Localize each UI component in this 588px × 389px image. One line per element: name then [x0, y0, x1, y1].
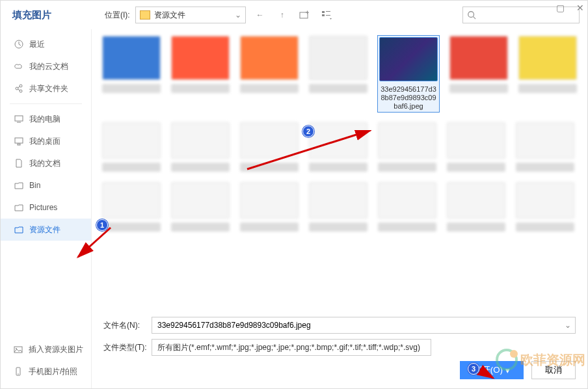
main-panel: 33e929456177d38b87e9d9893c09baf6.jpeg [92, 29, 587, 388]
sidebar-insert-folder-image[interactable]: 插入资源夹图片 [1, 338, 96, 360]
file-grid[interactable]: 33e929456177d38b87e9d9893c09baf6.jpeg [92, 29, 587, 312]
filetype-label: 文件类型(T): [103, 342, 152, 353]
svg-rect-1 [322, 11, 325, 13]
sidebar-item-pictures[interactable]: Pictures [1, 196, 91, 219]
form-area: 文件名(N): ⌄ 文件类型(T): 所有图片(*.emf;*.wmf;*.jp… [92, 312, 587, 388]
file-thumb[interactable] [516, 122, 574, 172]
sidebar-label: 手机图片/拍照 [29, 366, 77, 377]
sidebar-label: 我的电脑 [29, 114, 60, 125]
back-button[interactable]: ← [252, 7, 268, 23]
file-thumb[interactable] [309, 122, 368, 172]
svg-point-5 [468, 12, 474, 18]
file-thumb[interactable] [309, 182, 368, 232]
folder-icon [14, 224, 24, 235]
sidebar-item-documents[interactable]: 我的文档 [1, 152, 91, 174]
chevron-down-icon: ⌄ [235, 10, 241, 20]
sidebar: 最近 我的云文档 共享文件夹 我的电脑 我的桌面 我的文档 [1, 29, 92, 388]
svg-rect-15 [15, 138, 23, 143]
sidebar-label: 资源文件 [29, 224, 60, 235]
search-icon [467, 10, 476, 20]
file-thumb[interactable] [447, 182, 505, 232]
svg-line-11 [18, 87, 20, 88]
file-thumb[interactable] [378, 122, 436, 172]
sidebar-item-desktop[interactable]: 我的桌面 [1, 130, 91, 152]
sidebar-label: Bin [29, 181, 40, 190]
location-label: 位置(I): [105, 10, 130, 21]
dialog-body: 最近 我的云文档 共享文件夹 我的电脑 我的桌面 我的文档 [1, 29, 587, 388]
phone-icon [13, 366, 23, 377]
sidebar-item-shared[interactable]: 共享文件夹 [1, 77, 91, 100]
file-thumb[interactable] [516, 182, 574, 232]
location-value: 资源文件 [154, 10, 235, 21]
new-folder-button[interactable] [297, 7, 312, 23]
file-thumb[interactable] [378, 182, 436, 232]
file-thumb[interactable] [309, 36, 368, 112]
annotation-2: 2 [302, 126, 314, 137]
new-folder-icon [299, 10, 310, 20]
file-thumb[interactable] [518, 36, 577, 112]
sidebar-item-recent[interactable]: 最近 [1, 33, 91, 55]
svg-rect-3 [326, 11, 330, 12]
close-button[interactable]: ✕ [576, 3, 584, 13]
file-thumb[interactable] [171, 122, 230, 172]
clock-icon [14, 39, 24, 49]
annotation-3: 3 [468, 363, 479, 375]
file-thumb[interactable] [102, 122, 161, 172]
folder-icon [14, 180, 24, 191]
sidebar-item-computer[interactable]: 我的电脑 [1, 108, 91, 130]
file-thumb[interactable] [171, 182, 230, 232]
file-thumb[interactable] [102, 36, 161, 112]
svg-rect-2 [322, 14, 325, 16]
fill-image-dialog: ▢ ✕ 填充图片 位置(I): 资源文件 ⌄ ← ↑ 最近 [0, 0, 588, 389]
file-thumb[interactable] [449, 36, 508, 112]
sidebar-label: 我的桌面 [29, 136, 60, 147]
svg-line-12 [18, 89, 20, 90]
svg-rect-4 [326, 15, 330, 16]
svg-rect-0 [300, 12, 308, 18]
file-thumb[interactable] [102, 182, 161, 232]
location-combo[interactable]: 资源文件 ⌄ [135, 7, 246, 23]
file-thumb[interactable] [240, 182, 299, 232]
cancel-button[interactable]: 取消 [531, 361, 576, 379]
sidebar-label: Pictures [29, 203, 57, 212]
sidebar-label: 最近 [29, 39, 45, 50]
chevron-down-icon[interactable]: ⌄ [565, 321, 571, 330]
document-icon [14, 158, 24, 168]
sidebar-item-bin[interactable]: Bin [1, 174, 91, 196]
list-view-icon [321, 10, 332, 20]
filename-input[interactable] [157, 321, 570, 330]
file-thumb[interactable] [240, 122, 299, 172]
filename-combo[interactable]: ⌄ [152, 317, 576, 334]
image-folder-icon [13, 344, 23, 355]
file-thumb-selected[interactable]: 33e929456177d38b87e9d9893c09baf6.jpeg [378, 36, 439, 112]
sidebar-footer: 插入资源夹图片 手机图片/拍照 [1, 338, 96, 382]
thumbnail-image [379, 37, 438, 81]
computer-icon [14, 114, 24, 124]
sidebar-item-cloud[interactable]: 我的云文档 [1, 55, 91, 77]
file-thumb[interactable] [171, 36, 230, 112]
folder-icon [14, 202, 24, 213]
svg-rect-17 [14, 347, 22, 353]
sidebar-label: 插入资源夹图片 [29, 344, 83, 355]
minimize-button[interactable]: ▢ [556, 3, 565, 13]
file-thumb[interactable] [240, 36, 299, 112]
file-thumb[interactable] [447, 122, 505, 172]
file-name-caption: 33e929456177d38b87e9d9893c09baf6.jpeg [379, 85, 438, 111]
filetype-combo[interactable]: 所有图片(*.emf;*.wmf;*.jpg;*.jpeg;*.jpe;*.pn… [152, 339, 431, 356]
sidebar-phone-photo[interactable]: 手机图片/拍照 [1, 360, 96, 382]
filetype-value: 所有图片(*.emf;*.wmf;*.jpg;*.jpeg;*.jpe;*.pn… [157, 342, 420, 353]
sidebar-label: 我的文档 [29, 158, 60, 169]
cloud-icon [14, 61, 24, 72]
sidebar-label: 共享文件夹 [29, 83, 68, 94]
view-mode-button[interactable] [319, 7, 334, 23]
folder-icon [140, 10, 150, 20]
annotation-1: 1 [96, 219, 108, 231]
sidebar-label: 我的云文档 [29, 61, 68, 72]
top-bar: 填充图片 位置(I): 资源文件 ⌄ ← ↑ [1, 1, 587, 29]
window-controls: ▢ ✕ [556, 3, 584, 13]
desktop-icon [14, 136, 24, 146]
up-button[interactable]: ↑ [274, 7, 290, 23]
separator [10, 103, 82, 104]
button-row: 打开(O)▾ 取消 [103, 361, 576, 379]
sidebar-item-resources[interactable]: 资源文件 [1, 219, 91, 241]
